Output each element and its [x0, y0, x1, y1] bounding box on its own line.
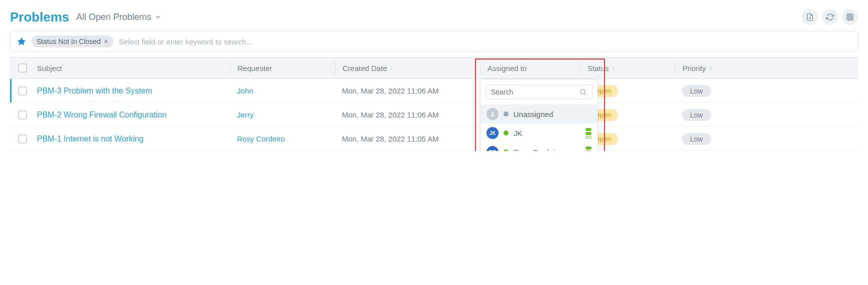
col-priority-label: Priority [682, 64, 706, 72]
requester-link[interactable]: Rosy Cordeiro [237, 134, 285, 143]
table-row[interactable]: PBM-1 Internet is not Working Rosy Corde… [10, 127, 858, 151]
avatar: RC [486, 146, 498, 151]
assignee-name: Rosy Cordeiro [514, 148, 580, 152]
col-subject[interactable]: Subject [35, 64, 230, 72]
capacity-indicator [586, 146, 592, 151]
priority-badge: Low [682, 85, 711, 97]
sort-icon [389, 66, 394, 70]
row-checkbox[interactable] [18, 86, 27, 96]
col-priority[interactable]: Priority [675, 61, 858, 75]
assignee-option[interactable]: JK JK [480, 124, 598, 142]
search-bar[interactable]: Status Not In Closed ✕ Select field or e… [10, 31, 858, 52]
priority-badge: Low [682, 109, 711, 121]
assignee-name: JK [514, 129, 580, 138]
table-header: Subject Requester Created Date Assigned … [10, 57, 858, 79]
col-assigned[interactable]: Assigned to [480, 61, 580, 75]
sort-icon [611, 66, 616, 70]
requester-link[interactable]: John [237, 86, 254, 95]
assignee-option[interactable]: Unassigned [480, 104, 598, 124]
chip-text: Status Not In Closed [36, 38, 100, 46]
select-all-cell [10, 64, 35, 72]
table-row[interactable]: PBM-3 Problem with the System John Mon, … [10, 79, 858, 103]
svg-marker-7 [18, 38, 26, 46]
dropdown-search-input[interactable] [491, 88, 579, 96]
problems-table: Subject Requester Created Date Assigned … [10, 57, 858, 151]
col-created-label: Created Date [342, 64, 387, 72]
col-requester[interactable]: Requester [230, 61, 335, 75]
refresh-icon [826, 13, 834, 21]
status-dot [504, 150, 508, 151]
requester-link[interactable]: Jerry [237, 110, 254, 119]
svg-line-10 [584, 94, 586, 95]
created-date: Mon, Mar 28, 2022 11:06 AM [342, 110, 438, 119]
row-check-cell [10, 110, 35, 120]
subject-link[interactable]: PBM-3 Problem with the System [37, 86, 152, 95]
chevron-down-icon [154, 14, 162, 20]
row-checkbox[interactable] [18, 134, 27, 144]
row-check-cell [10, 86, 35, 96]
avatar [486, 108, 498, 120]
col-created[interactable]: Created Date [335, 61, 480, 75]
subject-link[interactable]: PBM-1 Internet is not Working [37, 134, 144, 143]
assignee-dropdown: Unassigned JK JK RC Rosy Cordeiro JE Jer… [480, 79, 598, 151]
grid-icon [846, 13, 854, 21]
avatar: JK [486, 127, 498, 139]
row-checkbox[interactable] [18, 110, 27, 120]
created-date: Mon, Mar 28, 2022 11:05 AM [342, 134, 438, 143]
chip-remove[interactable]: ✕ [104, 38, 108, 45]
table-row[interactable]: PBM-2 Wrong Firewall Configuration Jerry… [10, 103, 858, 127]
assignee-name: Unassigned [514, 110, 592, 118]
page-header: Problems All Open Problems [0, 0, 868, 31]
filter-label: All Open Problems [76, 12, 152, 22]
refresh-button[interactable] [822, 9, 838, 25]
svg-point-11 [492, 112, 494, 114]
subject-link[interactable]: PBM-2 Wrong Firewall Configuration [37, 110, 166, 119]
col-status-label: Status [588, 64, 609, 72]
svg-point-9 [580, 90, 585, 94]
status-dot [504, 130, 508, 136]
document-plus-icon [806, 13, 814, 21]
assignee-option[interactable]: RC Rosy Cordeiro [480, 142, 598, 151]
created-date: Mon, Mar 28, 2022 11:06 AM [342, 86, 438, 95]
columns-button[interactable] [842, 9, 858, 25]
header-actions [802, 9, 858, 25]
status-dot [504, 112, 508, 116]
new-button[interactable] [802, 9, 818, 25]
row-check-cell [10, 134, 35, 144]
select-all-checkbox[interactable] [18, 64, 27, 72]
star-icon[interactable] [16, 36, 26, 46]
filter-chip[interactable]: Status Not In Closed ✕ [32, 36, 114, 48]
col-status[interactable]: Status [580, 61, 675, 75]
search-input[interactable]: Select field or enter keyword to search.… [118, 38, 852, 46]
svg-rect-2 [847, 14, 853, 20]
header-left: Problems All Open Problems [10, 10, 162, 25]
capacity-indicator [586, 128, 592, 138]
page-title: Problems [10, 10, 70, 25]
priority-badge: Low [682, 133, 711, 145]
filter-dropdown[interactable]: All Open Problems [76, 12, 162, 22]
search-icon [579, 88, 587, 96]
sort-icon [708, 66, 713, 70]
dropdown-search[interactable] [486, 84, 592, 100]
